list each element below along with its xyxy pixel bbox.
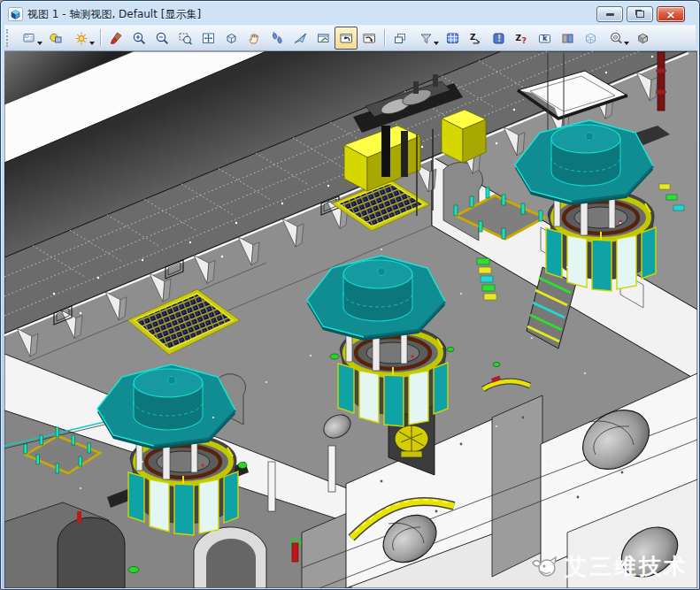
toolbar-separator [100,29,101,47]
toolbar-button-link-item[interactable]: k [533,27,556,50]
toolbar-button-zoom-all[interactable] [196,27,219,50]
minimize-icon [606,13,614,16]
restore-button[interactable] [627,6,653,22]
dropdown-arrow-icon [37,42,42,45]
toolbar-button-paint[interactable] [104,27,127,50]
window-cube-icon [8,7,23,21]
toolbar-button-wire-cube[interactable] [579,27,602,50]
restore-icon [636,11,644,18]
toolbar-separator [384,29,385,47]
window-controls: × [596,6,696,22]
toolbar-button-arrange-views[interactable] [388,27,412,50]
toolbar-button-grid-plane[interactable] [441,27,464,50]
toolbar-button-orbit-cube[interactable] [219,27,242,50]
view-toolbar: Z!Z?k [4,25,696,51]
toolbar-button-sort-z[interactable]: Z [464,27,487,50]
toolbar-button-zoom-out[interactable] [150,27,173,50]
svg-text:?: ? [521,34,527,44]
dropdown-arrow-icon [89,42,95,45]
toolbar-button-view-forward[interactable] [358,27,381,50]
toolbar-button-zoom-window[interactable] [173,27,196,50]
toolbar-button-z-question[interactable]: Z? [510,27,533,50]
dropdown-arrow-icon [434,42,439,45]
toolbar-button-lighting[interactable] [67,27,96,50]
toolbar-button-review-flag[interactable]: ! [487,27,510,50]
minimize-button[interactable] [596,6,623,22]
axonometric-model-view[interactable] [4,51,697,588]
toolbar-button-zoom-selected[interactable] [602,27,631,50]
toolbar-button-selection-filter[interactable] [412,27,441,50]
toolbar-button-fly[interactable] [288,27,312,50]
close-button[interactable]: × [657,6,685,22]
viewport-3d[interactable]: 艾三维技术 [4,50,697,588]
toolbar-button-zoom-in[interactable] [127,27,150,50]
toolbar-button-view-cursor[interactable] [312,27,335,50]
dropdown-arrow-icon [624,42,629,45]
toolbar-button-viewports[interactable] [15,27,44,50]
toolbar-button-compare[interactable] [556,27,579,50]
svg-text:Z: Z [470,32,476,41]
toolbar-button-pan[interactable] [242,27,265,50]
window-title: 视图 1 - 轴测视图, Default [显示集] [27,7,201,22]
toolbar-button-walk[interactable] [265,27,288,50]
svg-text:!: ! [496,34,501,43]
svg-text:Z: Z [515,33,521,42]
toolbar-button-render-style[interactable] [44,27,67,50]
toolbar-grip[interactable] [6,29,12,47]
toolbar-button-view-back[interactable] [335,27,358,50]
toolbar-button-shaded-cube[interactable] [631,27,654,50]
app-window: 视图 1 - 轴测视图, Default [显示集] × Z!Z?k [0,0,700,590]
svg-text:k: k [542,34,548,42]
yellow-box-2 [442,110,486,163]
title-bar[interactable]: 视图 1 - 轴测视图, Default [显示集] × [4,4,696,25]
close-icon: × [666,9,676,20]
